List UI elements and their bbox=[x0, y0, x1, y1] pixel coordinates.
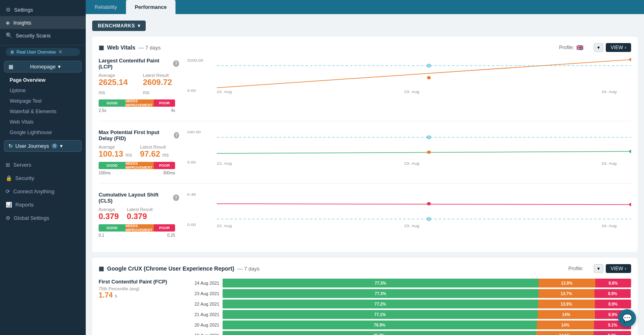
user-journeys-button[interactable]: ↻ User Journeys 0 ▾ bbox=[4, 140, 82, 152]
metric-fid: Max Potential First Input Delay (FID) ? … bbox=[99, 129, 631, 184]
tab-bar: Reliability Performance bbox=[86, 0, 644, 14]
crux-view-button[interactable]: VIEW › bbox=[606, 264, 631, 273]
benchmarks-chevron: ▾ bbox=[138, 23, 140, 29]
svg-text:23. Aug: 23. Aug bbox=[404, 161, 419, 165]
crux-desktop-icon: 🖥 bbox=[586, 265, 591, 272]
cls-gnp-bar: GOOD NEEDS IMPROVEMENT POOR bbox=[99, 224, 175, 232]
fid-latest-value: 97.62 ms bbox=[140, 149, 169, 159]
real-user-badge[interactable]: 🖥 Real User Overview ✕ bbox=[6, 48, 80, 56]
svg-text:0.48: 0.48 bbox=[187, 192, 196, 196]
tab-reliability-label: Reliability bbox=[95, 4, 117, 10]
servers-label: Servers bbox=[13, 162, 31, 168]
crux-fcp-header: First Contentful Paint (FCP) 75th Percen… bbox=[99, 279, 631, 335]
svg-point-25 bbox=[427, 217, 431, 221]
fid-avg-value: 100.13 ms bbox=[99, 149, 132, 159]
svg-text:0.00: 0.00 bbox=[187, 223, 196, 227]
svg-point-4 bbox=[427, 76, 431, 79]
benchmarks-button[interactable]: BENCHMARKS ▾ bbox=[92, 21, 146, 31]
svg-line-22 bbox=[217, 204, 631, 205]
nav-item-uptime[interactable]: Uptime bbox=[0, 85, 86, 96]
benchmarks-label: BENCHMARKS bbox=[98, 23, 135, 29]
settings-label: Settings bbox=[14, 7, 33, 13]
content-area: BENCHMARKS ▾ ▦ Web Vitals — 7 days Profi… bbox=[86, 14, 644, 335]
sidebar-item-security[interactable]: 🔒 Security bbox=[0, 172, 86, 185]
nav-item-page-overview[interactable]: Page Overview bbox=[0, 75, 86, 85]
chat-bubble[interactable]: 💬 bbox=[618, 309, 636, 327]
close-icon[interactable]: ✕ bbox=[58, 49, 62, 55]
svg-point-16 bbox=[629, 150, 631, 153]
sidebar-item-global-settings[interactable]: ⚙ Global Settings bbox=[0, 211, 86, 225]
crux-fcp-row-5: 19 Aug 2021 76.7% 14.1% 9.2% bbox=[187, 331, 631, 335]
lcp-gnp-bar: GOOD NEEDS IMPROVEMENT POOR bbox=[99, 99, 175, 107]
web-vitals-title: ▦ Web Vitals — 7 days bbox=[99, 44, 161, 51]
homepage-icon: ▦ bbox=[8, 64, 28, 70]
sidebar-item-reports[interactable]: 📊 Reports bbox=[0, 198, 86, 211]
security-scans-icon: 🔍 bbox=[6, 32, 12, 39]
crux-fcp-row-4: 20 Aug 2021 76.9% 14% 9.1% bbox=[187, 321, 631, 329]
page-nav: Page Overview Uptime Webpage Test Waterf… bbox=[0, 75, 86, 138]
user-journeys-icon: ↻ bbox=[8, 143, 13, 149]
nav-item-web-vitals[interactable]: Web Vitals bbox=[0, 117, 86, 127]
svg-text:24. Aug: 24. Aug bbox=[601, 161, 616, 165]
nav-item-webpage-test[interactable]: Webpage Test bbox=[0, 96, 86, 106]
sidebar-item-connect-anything[interactable]: ⟳ Connect Anything bbox=[0, 185, 86, 198]
global-settings-label: Global Settings bbox=[14, 215, 49, 221]
crux-fcp-row-2: 22 Aug 2021 77.2% 13.9% 8.9% bbox=[187, 300, 631, 308]
nav-item-waterfall[interactable]: Waterfall & Elements bbox=[0, 106, 86, 117]
security-label: Security bbox=[15, 175, 34, 181]
svg-text:0.00: 0.00 bbox=[187, 160, 196, 164]
fid-help-icon[interactable]: ? bbox=[174, 132, 179, 139]
metric-fid-info: Max Potential First Input Delay (FID) ? … bbox=[99, 129, 179, 175]
crux-fcp-row-3: 21 Aug 2021 77.1% 14% 8.9% bbox=[187, 310, 631, 319]
web-vitals-view-button[interactable]: VIEW › bbox=[606, 43, 631, 52]
global-settings-icon: ⚙ bbox=[6, 215, 10, 221]
profile-dropdown[interactable]: ▾ bbox=[594, 43, 603, 52]
web-vitals-card: ▦ Web Vitals — 7 days Profile: 🇬🇧 🖥 ▾ VI… bbox=[92, 37, 638, 252]
reports-icon: 📊 bbox=[6, 202, 12, 208]
tab-performance[interactable]: Performance bbox=[126, 0, 175, 14]
monitor-icon: 🖥 bbox=[10, 50, 14, 54]
desktop-icon: 🖥 bbox=[586, 44, 591, 51]
chat-icon: 💬 bbox=[622, 313, 632, 323]
profile-controls: Profile: 🇬🇧 🖥 ▾ VIEW › bbox=[559, 43, 631, 52]
cls-help-icon[interactable]: ? bbox=[173, 194, 179, 201]
security-icon: 🔒 bbox=[6, 175, 12, 181]
real-user-label: Real User Overview bbox=[17, 50, 56, 54]
sidebar: ⚙ Settings ◈ Insights 🔍 Security Scans 🖥… bbox=[0, 0, 86, 335]
chevron-down-icon: ▾ bbox=[58, 64, 77, 70]
lcp-latest-value: 2609.72 ms bbox=[143, 78, 179, 96]
homepage-selector[interactable]: ▦ Homepage ▾ bbox=[4, 61, 82, 72]
web-vitals-header: ▦ Web Vitals — 7 days Profile: 🇬🇧 🖥 ▾ VI… bbox=[99, 43, 631, 52]
sidebar-item-servers[interactable]: ⊞ Servers bbox=[0, 158, 86, 172]
svg-text:24. Aug: 24. Aug bbox=[601, 224, 616, 228]
metric-cls: Cumulative Layout Shift (CLS) ? Average … bbox=[99, 192, 631, 246]
svg-line-12 bbox=[217, 151, 631, 153]
servers-icon: ⊞ bbox=[6, 162, 10, 168]
insights-icon: ◈ bbox=[6, 19, 10, 26]
lcp-help-icon[interactable]: ? bbox=[173, 60, 179, 67]
user-journeys-label: User Journeys bbox=[15, 143, 49, 149]
metric-cls-info: Cumulative Layout Shift (CLS) ? Average … bbox=[99, 192, 179, 238]
fid-chart: 240.00 0.00 22. Aug 23. Aug 24. Aug bbox=[187, 129, 631, 167]
svg-text:22. Aug: 22. Aug bbox=[217, 161, 232, 165]
crux-fcp-row-0: 24 Aug 2021 77.3% 13.9% 8.8% bbox=[187, 279, 631, 287]
chart-icon: ▦ bbox=[99, 44, 104, 51]
svg-text:0.00: 0.00 bbox=[187, 89, 196, 93]
sidebar-item-settings[interactable]: ⚙ Settings bbox=[0, 3, 86, 16]
cls-avg-value: 0.379 bbox=[99, 212, 119, 221]
cls-latest-value: 0.379 bbox=[127, 212, 153, 221]
svg-text:240.00: 240.00 bbox=[187, 130, 201, 134]
insights-label: Insights bbox=[13, 20, 31, 26]
svg-text:23. Aug: 23. Aug bbox=[404, 90, 419, 94]
crux-profile-dropdown[interactable]: ▾ bbox=[594, 264, 603, 273]
tab-reliability[interactable]: Reliability bbox=[86, 0, 126, 14]
nav-item-google-lighthouse[interactable]: Google Lighthouse bbox=[0, 127, 86, 138]
sidebar-item-security-scans[interactable]: 🔍 Security Scans bbox=[0, 29, 86, 42]
crux-fcp-row-1: 23 Aug 2021 77.3% 13.7% 8.9% bbox=[187, 289, 631, 298]
sidebar-bottom: ⊞ Servers 🔒 Security ⟳ Connect Anything … bbox=[0, 158, 86, 225]
lcp-chart: 3200.00 0.00 22. Aug 23. Aug 24. Aug bbox=[187, 58, 631, 95]
crux-profile-controls: Profile: 🖥 ▾ VIEW › bbox=[568, 264, 631, 273]
svg-text:22. Aug: 22. Aug bbox=[217, 224, 232, 228]
crux-icon: ▦ bbox=[99, 265, 104, 272]
sidebar-item-insights[interactable]: ◈ Insights bbox=[0, 16, 86, 29]
